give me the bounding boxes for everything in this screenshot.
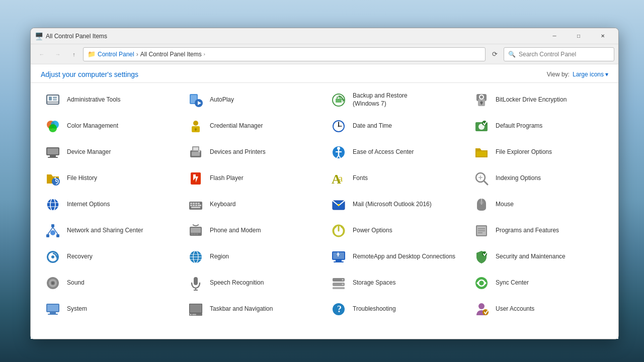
item-backup-restore[interactable]: Backup and Restore(Windows 7) [325,87,467,113]
item-flash-player[interactable]: Flash Player [182,165,325,192]
svg-point-101 [51,255,54,258]
file-explorer-label: File Explorer Options [496,148,552,156]
item-phone-modem[interactable]: Phone and Modem [182,218,325,244]
item-mail[interactable]: Mail (Microsoft Outlook 2016) [325,192,467,218]
color-management-label: Color Management [67,122,118,130]
administrative-tools-label: Administrative Tools [67,96,121,104]
item-system[interactable]: System [39,296,182,322]
svg-rect-11 [336,99,342,103]
item-keyboard[interactable]: Keyboard [182,192,325,218]
forward-button[interactable]: → [51,47,65,61]
item-user-accounts[interactable]: User Accounts [467,296,610,322]
mail-label: Mail (Microsoft Outlook 2016) [353,201,432,209]
svg-rect-74 [191,207,200,208]
flash-player-icon [187,169,205,188]
svg-point-140 [478,303,485,309]
svg-line-57 [484,181,488,185]
search-box[interactable]: 🔍 [504,47,614,61]
svg-rect-35 [48,157,58,158]
region-label: Region [210,253,229,261]
svg-rect-82 [56,234,59,237]
up-button[interactable]: ↑ [67,47,81,61]
breadcrumb-folder-icon: 📁 [88,50,96,58]
file-history-label: File History [67,174,97,183]
title-bar: 🖥️ All Control Panel Items ─ □ ✕ [31,28,618,44]
default-programs-icon [472,117,491,135]
item-taskbar[interactable]: Taskbar and Navigation [182,296,325,322]
content-area: Adjust your computer's settings View by:… [31,64,618,339]
breadcrumb: 📁 Control Panel › All Control Panel Item… [83,47,486,61]
color-management-icon [44,117,62,135]
svg-rect-69 [198,203,200,204]
svg-rect-88 [191,233,193,235]
backup-restore-label: Backup and Restore(Windows 7) [353,92,408,108]
item-remoteapp[interactable]: RemoteApp and Desktop Connections [325,244,467,270]
item-mouse[interactable]: Mouse [467,192,610,218]
item-date-time[interactable]: Date and Time [325,113,467,139]
item-region[interactable]: Region [182,244,325,270]
programs-features-icon [472,222,491,240]
item-troubleshooting[interactable]: ? Troubleshooting [325,296,467,322]
svg-point-125 [342,284,344,285]
item-ease-access[interactable]: Ease of Access Center [325,139,467,165]
svg-rect-68 [195,203,197,204]
devices-printers-icon [187,143,205,161]
item-speech-recognition[interactable]: Speech Recognition [182,270,325,296]
svg-point-19 [49,124,57,132]
item-security-maintenance[interactable]: Security and Maintenance [467,244,610,270]
view-by-selector[interactable]: Large icons ▾ [573,71,608,78]
item-network-sharing[interactable]: Network and Sharing Center [39,218,182,244]
item-recovery[interactable]: Recovery [39,244,182,270]
power-options-icon [330,222,348,240]
svg-point-124 [342,279,344,281]
item-devices-printers[interactable]: Devices and Printers [182,139,325,165]
window-title: All Control Panel Items [46,33,543,40]
breadcrumb-current: All Control Panel Items [140,51,202,58]
fonts-icon: Aa [330,169,348,188]
keyboard-label: Keyboard [210,201,235,209]
troubleshooting-label: Troubleshooting [353,305,396,313]
svg-rect-130 [47,305,58,311]
item-file-explorer[interactable]: File Explorer Options [467,139,610,165]
item-power-options[interactable]: Power Options [325,218,467,244]
item-color-management[interactable]: Color Management [39,113,182,139]
breadcrumb-control-panel[interactable]: Control Panel [98,51,134,58]
refresh-button[interactable]: ⟳ [488,47,502,61]
svg-rect-118 [194,277,198,285]
bitlocker-icon [472,91,491,109]
maximize-button[interactable]: □ [567,28,590,44]
svg-rect-81 [46,234,49,237]
item-bitlocker[interactable]: BitLocker Drive Encryption [467,87,610,113]
item-autoplay[interactable]: AutoPlay [182,87,325,113]
search-input[interactable] [519,51,610,58]
svg-rect-2 [49,97,52,101]
item-default-programs[interactable]: Default Programs [467,113,610,139]
sync-center-label: Sync Center [496,279,529,287]
item-administrative-tools[interactable]: Administrative Tools [39,87,182,113]
security-maintenance-label: Security and Maintenance [496,253,566,261]
close-button[interactable]: ✕ [591,28,614,44]
svg-rect-23 [195,129,196,131]
item-credential-manager[interactable]: Credential Manager [182,113,325,139]
item-device-manager[interactable]: Device Manager [39,139,182,165]
item-indexing[interactable]: Indexing Options [467,165,610,192]
svg-text:?: ? [337,304,342,314]
item-internet-options[interactable]: Internet Options [39,192,182,218]
date-time-icon [330,117,348,135]
sound-icon [44,274,62,292]
svg-rect-34 [50,155,56,157]
storage-spaces-icon [330,274,348,292]
keyboard-icon [187,196,205,214]
item-sync-center[interactable]: Sync Center [467,270,610,296]
svg-point-117 [52,283,54,284]
item-sound[interactable]: Sound [39,270,182,296]
item-storage-spaces[interactable]: Storage Spaces [325,270,467,296]
minimize-button[interactable]: ─ [543,28,566,44]
svg-rect-47 [476,151,487,156]
back-button[interactable]: ← [35,47,49,61]
device-manager-label: Device Manager [67,148,111,156]
item-programs-features[interactable]: Programs and Features [467,218,610,244]
svg-rect-73 [198,205,201,206]
item-file-history[interactable]: File History [39,165,182,192]
item-fonts[interactable]: Aa Fonts [325,165,467,192]
